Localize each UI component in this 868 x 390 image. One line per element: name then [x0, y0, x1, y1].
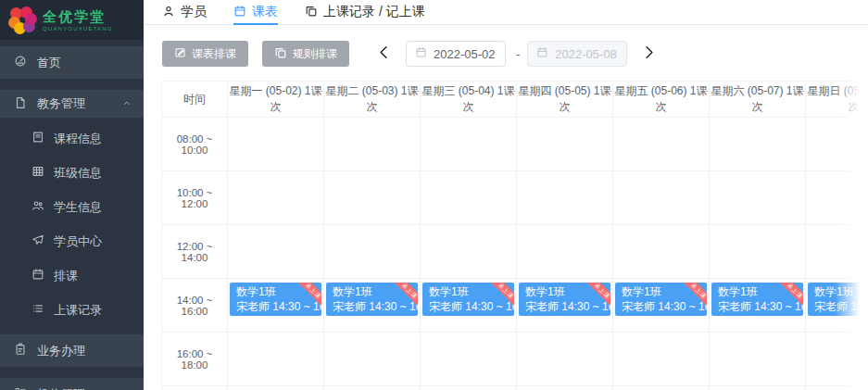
day-cell[interactable] [421, 333, 517, 386]
day-cell[interactable] [806, 333, 868, 386]
class-card[interactable]: 数学1班宋老师 14:30 ~ 16:30未上课 [422, 283, 514, 316]
day-cell[interactable]: 数学1班宋老师 14:30 ~ 16:30未上课 [421, 279, 517, 333]
day-cell[interactable] [710, 386, 806, 390]
rule-scheduling-button[interactable]: 规则排课 [262, 41, 349, 67]
day-cell[interactable] [806, 118, 868, 171]
sidebar-item-organization[interactable]: 机构管理 [0, 378, 144, 390]
timetable-row: 16:00 ~ 18:00 [162, 333, 868, 386]
person-icon [162, 5, 175, 20]
class-card[interactable]: 数学1班宋老师 14:30 ~ 16:30未上课 [519, 283, 610, 316]
day-cell[interactable] [613, 333, 710, 386]
sidebar-item-class-info[interactable]: 班级信息 [0, 156, 144, 190]
day-cell[interactable] [421, 171, 517, 225]
class-card[interactable]: 数学1班宋老师 14:30 ~ 16:30未上课 [230, 283, 321, 316]
column-header: 星期日 (05-08) 1课次 [806, 82, 868, 118]
timetable-scheduling-button[interactable]: 课表排课 [162, 41, 248, 67]
sidebar-item-student-info[interactable]: 学生信息 [0, 190, 144, 224]
day-cell[interactable] [806, 386, 868, 390]
column-header: 星期四 (05-05) 1课次 [517, 82, 613, 118]
next-week-button[interactable] [637, 44, 660, 63]
sidebar-item-course-info[interactable]: 课程信息 [0, 121, 144, 156]
day-cell[interactable] [517, 171, 613, 225]
tab-members[interactable]: 学员 [162, 0, 207, 24]
class-card[interactable]: 数学1班宋老师 14:30 ~ 16:30未上课 [808, 283, 868, 316]
tab-class-records[interactable]: 上课记录 / 记上课 [305, 0, 425, 24]
main-content: 学员课表上课记录 / 记上课 课表排课 规则排课 2022-05-02 - [144, 0, 868, 390]
flower-logo-icon [8, 6, 36, 34]
day-cell[interactable]: 数学1班宋老师 14:30 ~ 16:30未上课 [806, 279, 868, 333]
tab-timetable[interactable]: 课表 [233, 0, 278, 24]
day-cell[interactable] [710, 171, 806, 225]
org-icon [14, 386, 27, 390]
time-cell: 12:00 ~ 14:00 [162, 225, 228, 279]
sidebar-item-scheduling[interactable]: 排课 [0, 258, 144, 293]
class-card[interactable]: 数学1班宋老师 14:30 ~ 16:30未上课 [615, 283, 707, 316]
day-cell[interactable] [228, 333, 324, 386]
sidebar-item-class-records[interactable]: 上课记录 [0, 293, 144, 327]
prev-week-button[interactable] [372, 44, 396, 63]
day-cell[interactable]: 数学1班宋老师 14:30 ~ 16:30未上课 [517, 279, 613, 333]
day-cell[interactable] [517, 225, 613, 279]
day-cell[interactable] [613, 171, 710, 225]
day-cell[interactable]: 数学1班宋老师 14:30 ~ 16:30未上课 [613, 279, 710, 333]
grid-icon [31, 165, 44, 181]
logo-text: 全优学堂 QUANYOUXUETANG [43, 9, 113, 31]
start-date-input[interactable]: 2022-05-02 [406, 41, 506, 67]
class-teacher-time: 宋老师 14:30 ~ 16:30 [718, 299, 803, 314]
start-date-value: 2022-05-02 [434, 47, 496, 61]
class-card[interactable]: 数学1班宋老师 14:30 ~ 16:30未上课 [711, 283, 803, 316]
timetable-row: 10:00 ~ 12:00 [162, 171, 868, 225]
day-cell[interactable]: 数学1班宋老师 14:30 ~ 16:30未上课 [324, 279, 421, 333]
day-cell[interactable] [517, 333, 613, 386]
day-cell[interactable] [517, 118, 613, 171]
day-cell[interactable] [228, 171, 324, 225]
day-cell[interactable] [517, 386, 613, 390]
copy-icon [305, 5, 318, 20]
day-cell[interactable] [613, 386, 710, 390]
sidebar-item-academic-management[interactable]: 教务管理 [0, 90, 144, 118]
day-cell[interactable]: 数学1班宋老师 14:30 ~ 16:30未上课 [710, 279, 806, 333]
sidebar-item-member-center[interactable]: 学员中心 [0, 224, 144, 258]
day-cell[interactable] [324, 386, 421, 390]
calendar-icon [233, 5, 246, 20]
column-header: 星期五 (05-06) 1课次 [613, 82, 710, 118]
time-cell: 08:00 ~ 10:00 [162, 118, 228, 171]
day-cell[interactable] [228, 118, 324, 171]
button-label: 课表排课 [192, 46, 236, 62]
class-card[interactable]: 数学1班宋老师 14:30 ~ 16:30未上课 [326, 283, 418, 316]
column-header: 星期三 (05-04) 1课次 [421, 82, 517, 118]
end-date-input[interactable]: 2022-05-08 [527, 41, 627, 67]
day-cell[interactable] [710, 225, 806, 279]
chevron-up-icon [122, 97, 132, 111]
day-cell[interactable] [613, 118, 710, 171]
sidebar-item-label: 机构管理 [37, 386, 85, 390]
day-cell[interactable] [324, 171, 421, 225]
sidebar-item-label: 排课 [54, 268, 78, 284]
list-icon [31, 302, 44, 318]
day-cell[interactable] [324, 118, 421, 171]
day-cell[interactable] [806, 171, 868, 225]
document-icon [14, 96, 27, 112]
day-cell[interactable] [324, 333, 421, 386]
day-cell[interactable] [228, 386, 324, 390]
class-teacher-time: 宋老师 14:30 ~ 16:30 [333, 299, 418, 314]
day-cell[interactable] [228, 225, 324, 279]
day-cell[interactable]: 数学1班宋老师 14:30 ~ 16:30未上课 [228, 279, 324, 333]
day-cell[interactable] [324, 225, 421, 279]
sidebar-item-label: 教务管理 [37, 95, 85, 112]
column-header: 星期一 (05-02) 1课次 [228, 82, 324, 118]
day-cell[interactable] [806, 225, 868, 279]
day-cell[interactable] [710, 118, 806, 171]
timetable: 时间星期一 (05-02) 1课次星期二 (05-03) 1课次星期三 (05-… [161, 81, 868, 390]
day-cell[interactable] [421, 386, 517, 390]
app-root: 全优学堂 QUANYOUXUETANG 首页教务管理课程信息班级信息学生信息学员… [0, 0, 868, 390]
day-cell[interactable] [613, 225, 710, 279]
timetable-grid: 时间星期一 (05-02) 1课次星期二 (05-03) 1课次星期三 (05-… [161, 81, 868, 390]
class-teacher-time: 宋老师 14:30 ~ 16:30 [622, 299, 707, 314]
sidebar-item-home[interactable]: 首页 [0, 46, 144, 79]
copy-icon [274, 46, 287, 62]
day-cell[interactable] [421, 118, 517, 171]
day-cell[interactable] [710, 333, 806, 386]
day-cell[interactable] [421, 225, 517, 279]
sidebar-item-business[interactable]: 业务办理 [0, 334, 144, 367]
